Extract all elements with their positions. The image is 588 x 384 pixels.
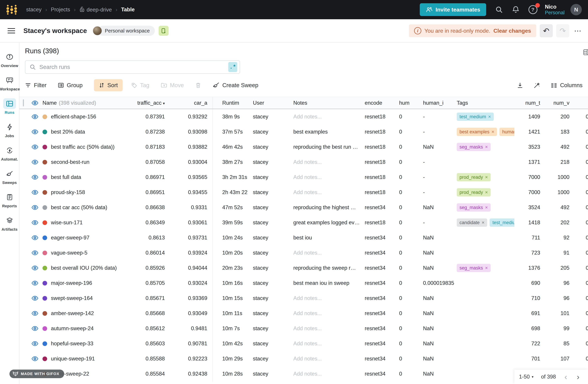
remove-tag-icon[interactable]: × bbox=[485, 190, 488, 195]
clear-changes-link[interactable]: Clear changes bbox=[493, 28, 531, 34]
notes-cell[interactable]: Add notes... bbox=[293, 371, 365, 377]
invite-teammates-button[interactable]: Invite teammates bbox=[420, 3, 486, 16]
run-name-cell[interactable]: best car acc (50% data) bbox=[40, 204, 133, 211]
create-sweep-button[interactable]: Create Sweep bbox=[212, 82, 258, 89]
prev-page-button[interactable]: ‹ bbox=[563, 373, 568, 381]
notes-cell[interactable]: Add notes... bbox=[293, 295, 365, 301]
notes-cell[interactable]: Add notes... bbox=[293, 310, 365, 316]
notes-cell[interactable]: Add notes... bbox=[293, 250, 365, 256]
notes-cell[interactable]: best mean iou in sweep bbox=[293, 280, 365, 286]
sidebar-item-artifacts[interactable]: Artifacts bbox=[0, 212, 19, 235]
more-options-button[interactable]: ⋯ bbox=[574, 27, 582, 35]
run-name-cell[interactable]: best full data bbox=[40, 174, 133, 180]
sidebar-item-jobs[interactable]: Jobs bbox=[0, 119, 19, 142]
notes-cell[interactable]: reproducing the best run … bbox=[293, 144, 365, 150]
sidebar-item-runs[interactable]: Runs bbox=[0, 95, 19, 119]
run-name-cell[interactable]: amber-sweep-142 bbox=[40, 310, 133, 316]
help-icon[interactable]: ? bbox=[528, 5, 537, 14]
notes-cell[interactable]: great examples logged ev… bbox=[293, 219, 365, 226]
header-user[interactable]: User bbox=[253, 100, 293, 106]
visualize-run-eye-icon[interactable] bbox=[30, 144, 40, 150]
header-num-t[interactable]: num_t bbox=[514, 100, 540, 106]
visualize-run-eye-icon[interactable] bbox=[30, 159, 40, 165]
remove-tag-icon[interactable]: × bbox=[488, 114, 491, 119]
run-name-cell[interactable]: major-sweep-196 bbox=[40, 280, 133, 286]
run-name-cell[interactable]: vague-sweep-5 bbox=[40, 250, 133, 256]
select-all-checkbox[interactable] bbox=[23, 99, 24, 106]
notes-cell[interactable]: Add notes... bbox=[293, 341, 365, 347]
notifications-bell-icon[interactable] bbox=[512, 6, 520, 14]
delete-button[interactable] bbox=[195, 82, 201, 88]
visualize-run-eye-icon[interactable] bbox=[30, 356, 40, 362]
workspace-new-icon[interactable] bbox=[159, 26, 168, 36]
run-name-cell[interactable]: eager-sweep-97 bbox=[40, 235, 133, 241]
header-name[interactable]: Name (398 visualized) bbox=[40, 100, 133, 106]
user-menu[interactable]: Nico Personal bbox=[545, 4, 565, 16]
notes-cell[interactable]: reproducing the highest … bbox=[293, 204, 365, 211]
group-button[interactable]: Group bbox=[58, 82, 83, 89]
remove-tag-icon[interactable]: × bbox=[491, 129, 494, 134]
visualize-run-eye-icon[interactable] bbox=[30, 326, 40, 331]
panel-layout-icon[interactable] bbox=[583, 49, 588, 56]
run-name-cell[interactable]: swept-sweep-164 bbox=[40, 295, 133, 301]
remove-tag-icon[interactable]: × bbox=[485, 144, 488, 150]
visualize-run-eye-icon[interactable] bbox=[30, 220, 40, 225]
page-size-select[interactable]: 1-50▾ bbox=[519, 374, 533, 380]
regex-toggle[interactable]: .* bbox=[228, 62, 237, 72]
header-human-i[interactable]: human_i bbox=[422, 100, 457, 106]
visualize-all-eye-icon[interactable] bbox=[30, 100, 40, 106]
remove-tag-icon[interactable]: × bbox=[485, 265, 488, 271]
run-name-cell[interactable]: hopeful-sweep-33 bbox=[40, 341, 133, 347]
notes-cell[interactable]: reproducing the sweep r… bbox=[293, 265, 365, 271]
header-encoder[interactable]: encode bbox=[365, 100, 397, 106]
breadcrumb-project[interactable]: deep-drive bbox=[80, 6, 112, 13]
workspace-type-badge[interactable]: Personal workspace bbox=[98, 26, 155, 36]
user-avatar[interactable]: N bbox=[570, 4, 582, 15]
columns-button[interactable]: Columns bbox=[550, 82, 583, 89]
header-tags[interactable]: Tags bbox=[457, 100, 514, 106]
move-button[interactable]: Move bbox=[161, 82, 184, 89]
run-name-cell[interactable]: best traffic acc (50% data)) bbox=[40, 144, 133, 150]
notes-cell[interactable]: Add notes... bbox=[293, 174, 365, 180]
run-name-cell[interactable]: best 20% data bbox=[40, 129, 133, 135]
search-runs-input[interactable] bbox=[39, 64, 228, 70]
export-download-button[interactable] bbox=[517, 82, 523, 89]
global-search-icon[interactable] bbox=[495, 6, 503, 14]
breadcrumb-projects[interactable]: Projects bbox=[51, 6, 70, 13]
header-runtime[interactable]: Runtim bbox=[212, 97, 253, 109]
visualize-run-eye-icon[interactable] bbox=[30, 341, 40, 346]
notes-cell[interactable]: best examples bbox=[293, 129, 365, 135]
sidebar-item-overview[interactable]: Overview bbox=[0, 48, 19, 72]
tag-button[interactable]: Tag bbox=[131, 82, 149, 89]
sort-button[interactable]: Sort bbox=[94, 79, 123, 91]
run-name-cell[interactable]: second-best-run bbox=[40, 159, 133, 165]
workspace-menu-icon[interactable] bbox=[8, 28, 15, 33]
run-name-cell[interactable]: unique-sweep-191 bbox=[40, 356, 133, 362]
run-name-cell[interactable]: proud-sky-158 bbox=[40, 189, 133, 195]
visualize-run-eye-icon[interactable] bbox=[30, 174, 40, 180]
remove-tag-icon[interactable]: × bbox=[485, 205, 488, 210]
notes-cell[interactable]: Add notes... bbox=[293, 356, 365, 362]
next-page-button[interactable]: › bbox=[576, 373, 580, 381]
visualize-run-eye-icon[interactable] bbox=[30, 235, 40, 240]
visualize-run-eye-icon[interactable] bbox=[30, 311, 40, 316]
sidebar-item-automations[interactable]: Automat. bbox=[0, 142, 19, 165]
notes-cell[interactable]: Add notes... bbox=[293, 114, 365, 120]
visualize-run-eye-icon[interactable] bbox=[30, 280, 40, 286]
header-traffic-acc[interactable]: traffic_acc▾ bbox=[133, 100, 165, 106]
breadcrumb-entity[interactable]: stacey bbox=[26, 6, 42, 13]
header-notes[interactable]: Notes bbox=[293, 100, 365, 106]
wandb-logo-icon[interactable] bbox=[5, 3, 18, 16]
header-hum[interactable]: hum bbox=[397, 100, 422, 106]
remove-tag-icon[interactable]: × bbox=[485, 174, 488, 180]
remove-tag-icon[interactable]: × bbox=[482, 220, 484, 225]
visualize-run-eye-icon[interactable] bbox=[30, 190, 40, 195]
undo-button[interactable]: ↶ bbox=[540, 24, 553, 37]
magic-wand-button[interactable] bbox=[533, 82, 541, 89]
notes-cell[interactable]: best iou bbox=[293, 235, 365, 241]
run-name-cell[interactable]: efficient-shape-156 bbox=[40, 114, 133, 120]
notes-cell[interactable]: Add notes... bbox=[293, 159, 365, 165]
filter-button[interactable]: Filter bbox=[25, 82, 46, 89]
sidebar-item-workspace[interactable]: Workspace bbox=[0, 72, 19, 95]
sidebar-item-sweeps[interactable]: Sweeps bbox=[0, 165, 19, 189]
